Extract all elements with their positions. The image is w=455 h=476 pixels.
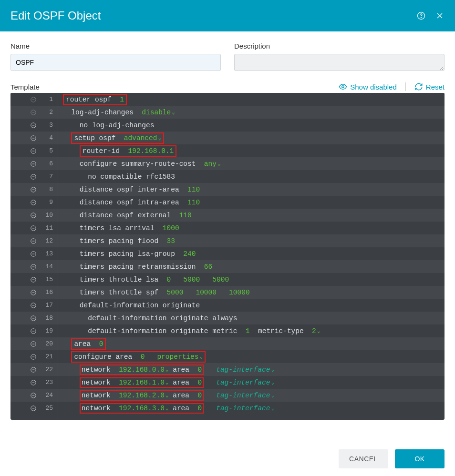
collapse-icon[interactable] [30,392,37,399]
code-line[interactable]: area 0 [58,337,445,350]
collapse-icon[interactable] [30,186,37,193]
collapse-icon[interactable] [30,212,37,219]
chevron-down-icon[interactable]: ⌄ [271,376,274,389]
collapse-icon[interactable] [30,289,37,296]
collapse-icon[interactable] [30,251,37,257]
chevron-down-icon[interactable]: ⌄ [271,389,274,402]
chevron-down-icon[interactable]: ⌄ [165,376,169,389]
chevron-down-icon[interactable]: ⌄ [158,132,161,144]
code-token: router ospf [66,93,120,106]
line-number: 21 [42,351,53,363]
code-line[interactable]: distance ospf external 110 [58,209,445,222]
tag-interface[interactable]: tag-interface [204,402,270,415]
cancel-button[interactable]: CANCEL [339,449,388,468]
line-number: 12 [42,235,53,247]
code-line[interactable]: timers lsa arrival 1000 [58,222,445,234]
gutter-row: 24 [10,389,58,402]
collapse-icon[interactable] [30,161,37,167]
code-token: 5000 [167,286,184,299]
collapse-icon[interactable] [30,173,37,180]
code-line[interactable]: timers pacing retransmission 66 [58,260,445,273]
code-line[interactable]: default-information originate always [58,312,445,324]
collapse-icon[interactable] [30,315,37,322]
collapse-icon[interactable] [30,109,37,116]
collapse-icon[interactable] [30,328,37,334]
code-token: router-id [83,145,128,157]
code-token: default-information originate [80,299,200,312]
tag-interface[interactable]: tag-interface [204,389,270,402]
code-line[interactable]: no log-adj-changes [58,119,445,132]
chevron-down-icon[interactable]: ⌄ [271,364,274,376]
code-line[interactable]: network 192.168.0.0⌄ area 0 tag-interfac… [58,363,445,376]
line-number: 6 [42,158,53,170]
modal-footer: CANCEL OK [0,441,455,476]
code-line[interactable]: router-id 192.168.0.1 [58,144,445,157]
collapse-icon[interactable] [30,263,37,270]
code-line[interactable]: timers throttle spf 5000 10000 10000 [58,286,445,299]
collapse-icon[interactable] [30,135,37,142]
code-line[interactable]: default-information originate metric 1 m… [58,324,445,337]
collapse-icon[interactable] [30,199,37,206]
code-token: metric-type [250,325,312,337]
code-token: disable [142,106,171,119]
name-input[interactable] [10,54,221,71]
chevron-down-icon[interactable]: ⌄ [172,106,175,119]
chevron-down-icon[interactable]: ⌄ [165,364,169,376]
gutter-row: 11 [10,222,58,234]
line-number: 23 [42,376,53,389]
code-line[interactable]: network 192.168.1.0⌄ area 0 tag-interfac… [58,376,445,389]
collapse-icon[interactable] [30,96,37,103]
code-line[interactable]: timers pacing lsa-group 240 [58,247,445,260]
chevron-down-icon[interactable]: ⌄ [317,325,321,337]
code-token: 0 [197,376,202,389]
code-token: 1 [120,93,124,106]
code-line[interactable]: timers pacing flood 33 [58,234,445,247]
tag-interface[interactable]: tag-interface [204,364,270,376]
code-line[interactable]: configure area 0 properties⌄ [58,350,445,363]
collapse-icon[interactable] [30,366,37,373]
code-line[interactable]: timers throttle lsa 0 5000 5000 [58,273,445,286]
help-icon[interactable] [417,11,425,20]
collapse-icon[interactable] [30,379,37,386]
tag-interface[interactable]: tag-interface [204,376,270,389]
collapse-icon[interactable] [30,354,37,360]
collapse-icon[interactable] [30,122,37,129]
code-token: 0 [197,364,202,376]
chevron-down-icon[interactable]: ⌄ [199,351,203,363]
refresh-icon [414,82,423,91]
editor-code[interactable]: router ospf 1 log-adj-changes disable⌄ n… [58,93,445,420]
code-line[interactable]: distance ospf inter-area 110 [58,183,445,196]
chevron-down-icon[interactable]: ⌄ [217,158,221,170]
chevron-down-icon[interactable]: ⌄ [165,389,169,402]
code-line[interactable]: log-adj-changes disable⌄ [58,106,445,119]
reset-button[interactable]: Reset [414,82,445,91]
collapse-icon[interactable] [30,225,37,232]
collapse-icon[interactable] [30,405,37,412]
code-token: timers pacing flood [80,235,167,247]
code-token: log-adj-changes [71,106,142,119]
gutter-row: 21 [10,350,58,363]
code-line[interactable]: network 192.168.2.0⌄ area 0 tag-interfac… [58,389,445,402]
collapse-icon[interactable] [30,148,37,154]
chevron-down-icon[interactable]: ⌄ [165,402,169,415]
collapse-icon[interactable] [30,276,37,283]
code-line[interactable]: setup ospf advanced⌄ [58,132,445,144]
code-line[interactable]: configure summary-route-cost any⌄ [58,157,445,170]
code-line[interactable]: default-information originate [58,299,445,312]
show-disabled-button[interactable]: Show disabled [339,82,397,91]
collapse-icon[interactable] [30,302,37,309]
code-line[interactable]: no compatible rfc1583 [58,170,445,183]
highlight-box: router ospf 1 [63,94,127,105]
ok-button[interactable]: OK [395,449,445,468]
gutter-row: 12 [10,234,58,247]
code-line[interactable]: distance ospf intra-area 110 [58,196,445,209]
close-icon[interactable] [435,11,445,20]
code-token [145,351,157,363]
code-line[interactable]: network 192.168.3.0⌄ area 0 tag-interfac… [58,402,445,415]
collapse-icon[interactable] [30,341,37,347]
description-input[interactable] [234,54,445,71]
code-token: 0 [197,402,202,415]
code-line[interactable]: router ospf 1 [58,93,445,106]
collapse-icon[interactable] [30,238,37,244]
chevron-down-icon[interactable]: ⌄ [271,402,274,415]
